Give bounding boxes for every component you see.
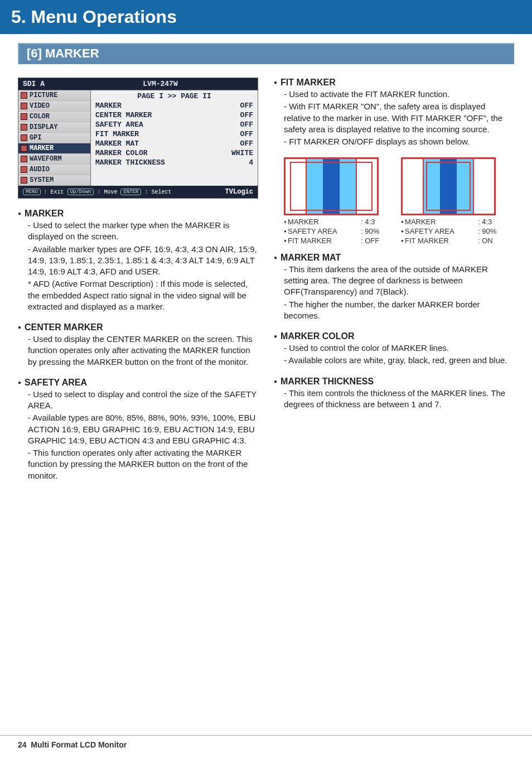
osd-main: PAGE I >> PAGE II MARKEROFF CENTER MARKE… xyxy=(91,90,258,186)
tab-label: MARKER xyxy=(30,144,54,152)
osd-row-label: MARKER xyxy=(95,102,240,110)
item-para: - Used to select to display and control … xyxy=(28,389,258,412)
diagram-box xyxy=(284,157,379,215)
diagram-specs: MARKER: 4:3 SAFETY AREA: 90% FIT MARKER:… xyxy=(401,218,501,246)
left-column: SDI A LVM-247W PICTURE VIDEO COLOR DISPL… xyxy=(18,78,258,491)
section-title-bar: [6] MARKER xyxy=(18,43,514,64)
page-number: 24 xyxy=(18,740,27,749)
osd-row-label: SAFETY AREA xyxy=(95,120,240,129)
item-body: - Used to select the marker type when th… xyxy=(18,220,258,312)
tab-icon xyxy=(21,92,27,99)
osd-tab-system[interactable]: SYSTEM xyxy=(18,175,90,186)
osd-row[interactable]: MARKER THICKNESS4 xyxy=(91,158,258,167)
item-para: - This function operates only after acti… xyxy=(28,447,258,481)
spec-label: SAFETY AREA xyxy=(288,227,344,237)
item-para: - This item darkens the area of the outs… xyxy=(284,264,514,298)
osd-tab-marker[interactable]: MARKER xyxy=(18,143,90,154)
osd-tab-waveform[interactable]: WAVEFORM xyxy=(18,154,90,165)
tab-label: VIDEO xyxy=(30,102,50,110)
tab-icon xyxy=(21,103,27,109)
tab-icon xyxy=(21,177,27,184)
tab-label: COLOR xyxy=(30,113,50,120)
spec-label: MARKER xyxy=(405,218,461,227)
spec-line: MARKER: 4:3 xyxy=(284,218,384,227)
spec-value: : 4:3 xyxy=(361,218,384,227)
footer-label: Multi Format LCD Monitor xyxy=(31,740,127,749)
osd-row[interactable]: CENTER MARKEROFF xyxy=(91,110,258,120)
spec-line: FIT MARKER: OFF xyxy=(284,237,384,246)
osd-row-label: MARKER THICKNESS xyxy=(95,158,249,167)
osd-tab-display[interactable]: DISPLAY xyxy=(18,122,90,133)
osd-row[interactable]: FIT MARKEROFF xyxy=(91,129,258,139)
osd-move-label: : Move xyxy=(97,189,117,195)
item-marker-color: MARKER COLOR - Used to control the color… xyxy=(274,331,514,367)
osd-row-label: MARKER COLOR xyxy=(95,149,231,157)
spec-value: : ON xyxy=(478,237,501,246)
fit-marker-diagrams: MARKER: 4:3 SAFETY AREA: 90% FIT MARKER:… xyxy=(284,157,514,246)
item-para: - Used to display the CENTER MARKER on t… xyxy=(28,334,258,368)
content-columns: SDI A LVM-247W PICTURE VIDEO COLOR DISPL… xyxy=(0,73,532,496)
item-para: * AFD (Active Format Description) : If t… xyxy=(28,278,258,312)
osd-tab-color[interactable]: COLOR xyxy=(18,112,90,122)
osd-row-value: OFF xyxy=(240,130,253,138)
safety-rect xyxy=(426,162,471,211)
item-body: - Used to display the CENTER MARKER on t… xyxy=(18,334,258,368)
tab-label: PICTURE xyxy=(30,91,57,99)
tab-icon xyxy=(21,166,27,173)
item-heading: MARKER xyxy=(18,209,258,219)
item-para: - Used to control the color of MARKER li… xyxy=(284,343,514,354)
tab-icon xyxy=(21,145,27,152)
tab-label: WAVEFORM xyxy=(30,155,62,163)
osd-row-value: WHITE xyxy=(231,149,253,157)
osd-enter-btn: ENTER xyxy=(120,189,141,195)
osd-source: SDI A xyxy=(23,80,101,88)
page-footer: 24 Multi Format LCD Monitor xyxy=(0,735,532,749)
item-para: - Available colors are white, gray, blac… xyxy=(284,355,514,366)
osd-select-label: : Select xyxy=(144,189,171,195)
osd-row[interactable]: MARKEROFF xyxy=(91,101,258,110)
item-para: - Available types are 80%, 85%, 88%, 90%… xyxy=(28,412,258,446)
osd-tab-audio[interactable]: AUDIO xyxy=(18,165,90,175)
item-para: - The higher the number, the darker MARK… xyxy=(284,299,514,322)
safety-rect xyxy=(290,162,373,211)
item-body: - This item darkens the area of the outs… xyxy=(274,264,514,321)
spec-line: SAFETY AREA: 90% xyxy=(401,227,501,237)
osd-tab-gpi[interactable]: GPI xyxy=(18,133,90,143)
item-heading: MARKER MAT xyxy=(274,253,514,263)
osd-row[interactable]: MARKER MATOFF xyxy=(91,139,258,148)
item-body: - This item controls the thickness of th… xyxy=(274,388,514,411)
item-heading: SAFETY AREA xyxy=(18,378,258,388)
section-title: [6] MARKER xyxy=(27,46,99,60)
osd-body: PICTURE VIDEO COLOR DISPLAY GPI MARKER W… xyxy=(18,90,258,186)
tab-label: DISPLAY xyxy=(30,123,57,131)
spec-line: SAFETY AREA: 90% xyxy=(284,227,384,237)
osd-tab-picture[interactable]: PICTURE xyxy=(18,90,90,101)
osd-row-label: FIT MARKER xyxy=(95,130,240,138)
right-column: FIT MARKER - Used to activate the FIT MA… xyxy=(274,78,514,491)
item-body: - Used to select to display and control … xyxy=(18,389,258,481)
item-marker: MARKER - Used to select the marker type … xyxy=(18,209,258,312)
osd-page-header-text: PAGE I >> PAGE II xyxy=(137,92,211,100)
item-para: - With FIT MARKER "ON", the safety area … xyxy=(284,101,514,135)
diagram-fit-on: MARKER: 4:3 SAFETY AREA: 90% FIT MARKER:… xyxy=(401,157,501,246)
osd-row[interactable]: MARKER COLORWHITE xyxy=(91,148,258,158)
osd-row[interactable]: SAFETY AREAOFF xyxy=(91,120,258,129)
item-heading: MARKER COLOR xyxy=(274,331,514,341)
spec-label: FIT MARKER xyxy=(405,237,461,246)
spec-label: MARKER xyxy=(288,218,344,227)
spec-label: SAFETY AREA xyxy=(405,227,461,237)
item-center-marker: CENTER MARKER - Used to display the CENT… xyxy=(18,322,258,368)
tab-icon xyxy=(21,124,27,131)
tab-icon xyxy=(21,156,27,162)
item-heading: MARKER THICKNESS xyxy=(274,377,514,387)
osd-updown-btn: Up/Down xyxy=(67,189,94,195)
item-safety-area: SAFETY AREA - Used to select to display … xyxy=(18,378,258,481)
item-para: - Available marker types are OFF, 16:9, … xyxy=(28,244,258,278)
spec-value: : OFF xyxy=(361,237,384,246)
osd-tab-video[interactable]: VIDEO xyxy=(18,101,90,112)
item-marker-mat: MARKER MAT - This item darkens the area … xyxy=(274,253,514,321)
spec-value: : 4:3 xyxy=(478,218,501,227)
osd-model: LVM-247W xyxy=(101,80,220,88)
osd-row-value: OFF xyxy=(240,120,253,129)
item-heading: FIT MARKER xyxy=(274,78,514,88)
